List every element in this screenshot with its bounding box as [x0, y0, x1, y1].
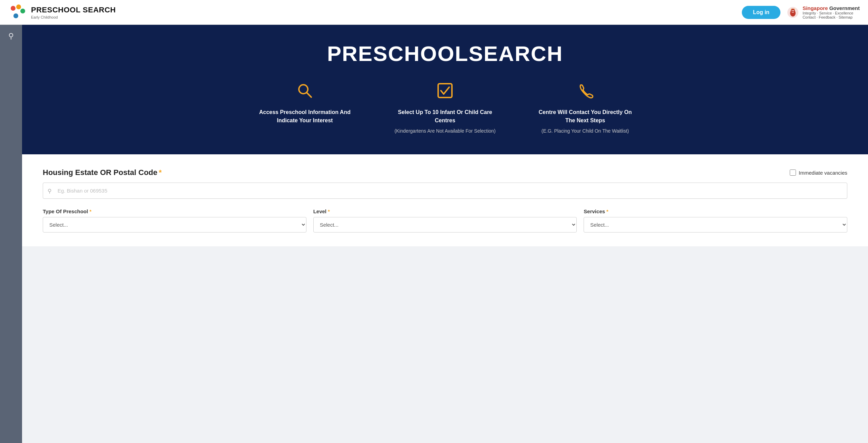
sg-gov-title: Singapore Government — [803, 5, 860, 11]
header-title: PRESCHOOL SEARCH — [31, 6, 116, 14]
hero-feature-contact-subtext: (E.G. Placing Your Child On The Waitlist… — [542, 128, 629, 134]
search-input-wrapper: ⚲ — [43, 183, 847, 199]
hero-feature-search-text: Access Preschool Information And Indicat… — [256, 108, 353, 125]
checkbox-feature-icon — [437, 82, 453, 101]
immediate-vacancy[interactable]: Immediate vacancies — [790, 169, 847, 176]
postal-code-input[interactable] — [43, 183, 847, 199]
svg-point-7 — [792, 10, 793, 11]
svg-line-10 — [307, 93, 311, 97]
svg-point-1 — [16, 4, 21, 9]
hero-feature-contact: Centre Will Contact You Directly On The … — [518, 82, 652, 134]
hero-feature-select-subtext: (Kindergartens Are Not Available For Sel… — [394, 128, 495, 134]
sidebar: ⚲ — [0, 25, 22, 443]
services-select[interactable]: Select... — [584, 217, 847, 233]
type-label: Type Of Preschool* — [43, 208, 306, 214]
search-header-row: Housing Estate OR Postal Code* Immediate… — [43, 168, 847, 177]
services-label: Services* — [584, 208, 847, 214]
layout: ⚲ PRESCHOOLSEARCH Access Preschool Info — [0, 25, 868, 443]
search-label: Housing Estate OR Postal Code* — [43, 168, 162, 177]
sg-gov-links[interactable]: Contact · Feedback · Sitemap — [803, 15, 860, 19]
main-content: PRESCHOOLSEARCH Access Preschool Informa… — [22, 25, 868, 443]
sg-gov-subtitle: Integrity · Service · Excellence — [803, 11, 860, 15]
header-left: PRESCHOOL SEARCH Early Childhood — [8, 3, 116, 21]
hero-feature-search: Access Preschool Information And Indicat… — [238, 82, 372, 134]
required-star: * — [159, 168, 162, 177]
sidebar-search-icon[interactable]: ⚲ — [8, 32, 14, 41]
svg-point-2 — [20, 9, 25, 13]
hero-feature-contact-text: Centre Will Contact You Directly On The … — [537, 108, 634, 125]
services-group: Services* Select... — [584, 208, 847, 233]
phone-feature-icon — [577, 82, 594, 101]
search-feature-icon — [296, 82, 313, 101]
search-section: Housing Estate OR Postal Code* Immediate… — [22, 154, 868, 246]
header-right: Log in Singapore Government Integrity · … — [742, 5, 860, 19]
type-of-preschool-group: Type Of Preschool* Select... — [43, 208, 306, 233]
header-title-group: PRESCHOOL SEARCH Early Childhood — [31, 6, 116, 19]
singapore-lion-icon — [787, 6, 799, 19]
level-select[interactable]: Select... — [313, 217, 577, 233]
login-button[interactable]: Log in — [742, 6, 780, 19]
sg-gov-text: Singapore Government Integrity · Service… — [803, 5, 860, 19]
immediate-vacancy-label: Immediate vacancies — [799, 170, 847, 176]
immediate-vacancy-checkbox[interactable] — [790, 169, 796, 176]
sg-gov-branding: Singapore Government Integrity · Service… — [787, 5, 860, 19]
hero-features: Access Preschool Information And Indicat… — [238, 82, 652, 134]
svg-point-3 — [13, 13, 18, 18]
level-label: Level* — [313, 208, 577, 214]
hero-feature-select-text: Select Up To 10 Infant Or Child Care Cen… — [397, 108, 493, 125]
dropdowns-row: Type Of Preschool* Select... Level* Sele… — [43, 208, 847, 233]
search-input-icon: ⚲ — [48, 187, 52, 194]
header: PRESCHOOL SEARCH Early Childhood Log in … — [0, 0, 868, 25]
hero-feature-select: Select Up To 10 Infant Or Child Care Cen… — [379, 82, 512, 134]
ecda-logo — [8, 3, 26, 21]
hero-title: PRESCHOOLSEARCH — [43, 41, 847, 66]
header-subtitle: Early Childhood — [31, 15, 116, 19]
svg-point-0 — [11, 6, 16, 11]
type-of-preschool-select[interactable]: Select... — [43, 217, 306, 233]
hero-banner: PRESCHOOLSEARCH Access Preschool Informa… — [22, 25, 868, 154]
svg-point-8 — [793, 10, 794, 11]
level-group: Level* Select... — [313, 208, 577, 233]
